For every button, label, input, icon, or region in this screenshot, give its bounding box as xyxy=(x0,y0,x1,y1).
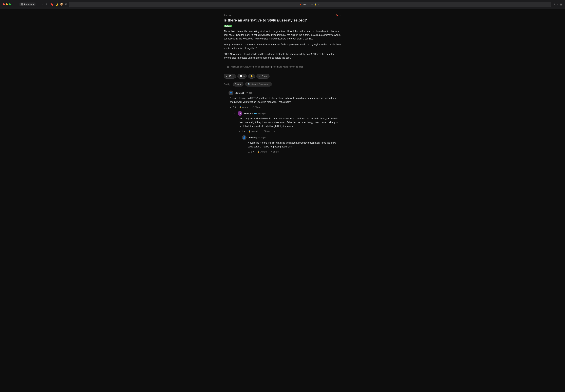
downvote-icon[interactable]: ▼ xyxy=(232,75,234,77)
nested-nested-comment: 👤 [deleted] · 4y ago Nevermind it looks … xyxy=(239,135,341,154)
comment-upvote-icon[interactable]: ▲ xyxy=(230,106,232,108)
award-icon: 🏅 xyxy=(239,106,242,108)
reply-header: − S Stasky-X OP · 4y ago xyxy=(233,111,341,116)
deep-reply-more-button[interactable]: ··· xyxy=(281,150,284,154)
comments-section: − 👤 [deleted] · 4y ago 2 issues for me, … xyxy=(224,91,341,154)
post-title: Is there an alternative to Stylus/userst… xyxy=(224,18,341,23)
browser-actions: ⬆ + ⊞ xyxy=(553,3,562,6)
deep-reply-vote[interactable]: ▲ 1 ▼ xyxy=(248,151,255,153)
award-button[interactable]: 🏅 Award xyxy=(238,105,250,109)
bookmark-icon[interactable]: 🔖 xyxy=(50,3,53,6)
post-body-p1: The website has not been working at all … xyxy=(224,29,341,41)
reply-actions: ▲ 1 ▼ 🏅 Award ↗ Share ··· xyxy=(239,129,341,133)
reply-collapse-button[interactable]: − xyxy=(233,112,236,115)
deep-reply-time: · 4y ago xyxy=(258,136,266,139)
avatar: S xyxy=(238,111,242,116)
address-bar-more-button[interactable]: ··· xyxy=(318,3,320,6)
moon-icon[interactable]: 🌙 xyxy=(55,3,58,6)
comment-actions: ▲ 2 ▼ 🏅 Award ↗ Share ··· xyxy=(230,105,341,109)
award-label: Award xyxy=(251,130,258,133)
forward-button[interactable]: › xyxy=(41,2,44,6)
new-tab-button[interactable]: + xyxy=(557,3,558,6)
vote-count: 13 xyxy=(229,75,231,77)
share-icon: ↗ xyxy=(252,106,254,108)
deep-downvote-icon[interactable]: ▼ xyxy=(253,151,255,153)
deep-vote-count: 1 xyxy=(251,151,252,153)
comment-vote[interactable]: ▲ 2 ▼ xyxy=(230,106,237,108)
reply-vote[interactable]: ▲ 1 ▼ xyxy=(239,130,246,133)
lock-icon: 🔒 xyxy=(314,3,317,6)
back-button[interactable]: ‹ xyxy=(38,2,40,6)
maximize-button[interactable] xyxy=(9,3,11,5)
reddit-favicon: ● xyxy=(300,3,301,6)
reply-body: Don't they work with the existing userst… xyxy=(239,117,341,128)
comment-time: · 4y ago xyxy=(245,92,253,94)
profile-selector[interactable]: Personal ▾ xyxy=(19,2,35,6)
cube-icon[interactable]: 📦 xyxy=(60,3,63,6)
deep-reply-share-button[interactable]: ↗ Share xyxy=(269,150,280,154)
search-icon: 🔍 xyxy=(248,83,250,85)
post-actions: ▲ 13 ▼ 💬 3 🔔 ↗ Share xyxy=(224,74,341,79)
more-options-icon[interactable]: ··· xyxy=(340,14,341,16)
deep-reply-award-button[interactable]: 🏅 Award xyxy=(256,150,268,154)
deep-reply-author: [deleted] xyxy=(248,136,257,139)
avatar: 👤 xyxy=(242,135,247,140)
browser-chrome: Personal ▾ ‹ › 🛡 🔖 🌙 📦 ⚙ ● reddit.com 🔒 … xyxy=(0,0,565,9)
deep-upvote-icon[interactable]: ▲ xyxy=(248,151,250,153)
search-comments-placeholder: Search Comments xyxy=(251,83,269,85)
sort-bar: Sort by: Best ▾ 🔍 Search Comments xyxy=(224,82,341,86)
url-text: reddit.com xyxy=(303,3,313,6)
save-button[interactable]: 🔔 xyxy=(248,74,255,79)
share-label: Share xyxy=(264,130,270,133)
archived-notice-text: Archived post. New comments cannot be po… xyxy=(231,66,303,68)
reply-more-button[interactable]: ··· xyxy=(272,129,275,133)
reply-share-button[interactable]: ↗ Share xyxy=(260,129,271,133)
post-body-p2: So my question is... Is there an alterna… xyxy=(224,43,341,50)
page-content: 4 yr. ago 🔖 ··· Is there an alternative … xyxy=(220,9,345,167)
share-label: Share xyxy=(255,106,261,108)
shield-icon[interactable]: 🛡 xyxy=(46,3,49,6)
sidebar-toggle[interactable] xyxy=(14,3,17,6)
profile-name: Personal xyxy=(24,3,32,6)
reply-upvote-icon[interactable]: ▲ xyxy=(239,130,241,133)
archived-notice: 🗃 Archived post. New comments cannot be … xyxy=(224,63,341,70)
share-icon: ↗ xyxy=(261,130,263,133)
sort-dropdown[interactable]: Best ▾ xyxy=(233,82,243,86)
address-bar[interactable]: ● reddit.com 🔒 ··· xyxy=(69,2,551,7)
comment-share-button[interactable]: ↗ Share xyxy=(251,105,262,109)
share-button[interactable]: ⬆ xyxy=(553,3,555,6)
profile-icon xyxy=(21,3,23,6)
share-label: Share xyxy=(262,75,267,77)
share-icon: ↗ xyxy=(270,151,272,153)
close-button[interactable] xyxy=(3,3,5,5)
deep-reply-body: Nevermind it looks like I'm just blind a… xyxy=(248,141,341,148)
share-post-button[interactable]: ↗ Share xyxy=(256,74,269,79)
comment-author: [deleted] xyxy=(235,92,244,94)
bell-icon: 🔔 xyxy=(250,75,253,77)
tabs-overview-button[interactable]: ⊞ xyxy=(560,3,562,6)
reply-author: Stasky-X xyxy=(244,112,253,115)
comments-button[interactable]: 💬 3 xyxy=(238,74,247,79)
upvote-icon[interactable]: ▲ xyxy=(225,75,228,77)
bookmark-post-icon[interactable]: 🔖 xyxy=(336,14,338,16)
post-meta-right: 🔖 ··· xyxy=(336,14,341,16)
comment-downvote-icon[interactable]: ▼ xyxy=(234,106,237,108)
avatar: 👤 xyxy=(228,91,233,95)
sort-label: Sort by: xyxy=(224,83,231,85)
vote-button[interactable]: ▲ 13 ▼ xyxy=(224,74,236,79)
sort-value: Best xyxy=(235,83,239,85)
traffic-lights xyxy=(3,3,11,5)
comment-more-button[interactable]: ··· xyxy=(263,105,266,109)
reply-downvote-icon[interactable]: ▼ xyxy=(243,130,246,133)
comment-vote-count: 2 xyxy=(233,106,234,108)
minimize-button[interactable] xyxy=(6,3,8,5)
post-age: 4 yr. ago xyxy=(224,14,231,16)
settings-icon[interactable]: ⚙ xyxy=(65,3,67,6)
comment: − 👤 [deleted] · 4y ago 2 issues for me, … xyxy=(224,91,341,154)
reply-award-button[interactable]: 🏅 Award xyxy=(247,129,259,133)
comment-body: 2 issues for me, no HTTPS and I find it … xyxy=(230,96,341,104)
search-comments-input[interactable]: 🔍 Search Comments xyxy=(245,82,272,86)
reply-time: · 4y ago xyxy=(258,112,266,114)
nested-comment: − S Stasky-X OP · 4y ago Don't they work… xyxy=(230,111,341,154)
comment-collapse-button[interactable]: − xyxy=(224,91,227,95)
